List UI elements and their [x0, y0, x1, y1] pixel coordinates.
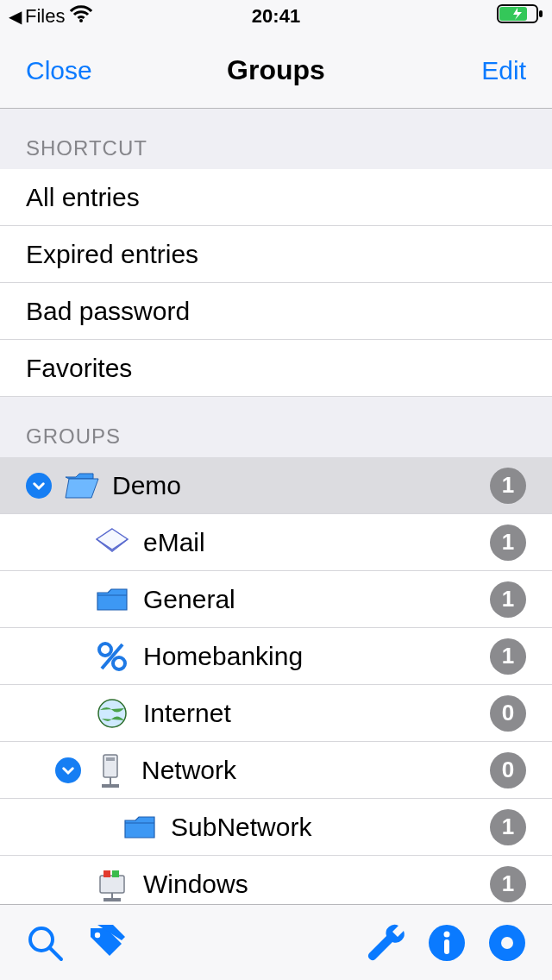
- group-row[interactable]: General1: [0, 571, 552, 628]
- svg-point-5: [113, 657, 125, 669]
- count-badge: 1: [490, 809, 526, 845]
- main-list: SHORTCUT All entries Expired entries Bad…: [0, 109, 552, 904]
- shortcut-label: Expired entries: [26, 240, 526, 269]
- svg-line-19: [50, 948, 61, 959]
- count-badge: 0: [490, 695, 526, 732]
- chevron-down-icon[interactable]: [26, 473, 52, 499]
- close-button[interactable]: Close: [26, 56, 151, 85]
- svg-rect-13: [104, 870, 110, 877]
- count-badge: 1: [490, 866, 526, 902]
- chevron-down-icon[interactable]: [55, 757, 81, 783]
- svg-rect-2: [539, 10, 543, 17]
- svg-rect-3: [499, 7, 527, 21]
- svg-rect-23: [444, 939, 449, 954]
- back-to-app-chevron-icon[interactable]: ◀: [9, 6, 22, 27]
- bottom-toolbar: [0, 904, 552, 980]
- group-row[interactable]: SubNetwork1: [0, 799, 552, 856]
- wifi-icon: [70, 5, 92, 28]
- folder-icon: [121, 808, 159, 846]
- shortcut-row[interactable]: Bad password: [0, 283, 552, 340]
- count-badge: 1: [490, 468, 526, 504]
- svg-point-25: [501, 937, 513, 949]
- gear-icon: [487, 923, 527, 963]
- status-bar: ◀ Files 20:41: [0, 0, 552, 33]
- percent-icon: [93, 638, 131, 675]
- group-label: SubNetwork: [171, 813, 490, 842]
- svg-point-20: [95, 932, 100, 937]
- info-button[interactable]: [424, 920, 469, 965]
- count-badge: 1: [490, 638, 526, 675]
- group-label: Internet: [143, 699, 490, 728]
- group-row[interactable]: Homebanking1: [0, 628, 552, 685]
- page-title: Groups: [151, 54, 401, 86]
- svg-point-22: [444, 931, 450, 937]
- group-row[interactable]: Demo1: [0, 457, 552, 514]
- section-header-shortcut: SHORTCUT: [0, 109, 552, 169]
- nav-bar: Close Groups Edit: [0, 33, 552, 109]
- group-label: General: [143, 585, 490, 614]
- windows-icon: [93, 865, 131, 903]
- count-badge: 0: [490, 752, 526, 788]
- svg-rect-17: [104, 898, 121, 901]
- shortcut-label: Favorites: [26, 354, 526, 383]
- svg-point-0: [79, 19, 83, 22]
- group-row[interactable]: Internet0: [0, 685, 552, 742]
- group-row[interactable]: eMail1: [0, 514, 552, 571]
- group-label: Windows: [143, 870, 490, 899]
- shortcut-label: Bad password: [26, 297, 526, 326]
- folder-icon: [93, 581, 131, 619]
- globe-icon: [93, 694, 131, 732]
- shortcut-row[interactable]: All entries: [0, 169, 552, 226]
- count-badge: 1: [490, 581, 526, 618]
- group-row[interactable]: Network0: [0, 742, 552, 799]
- shortcut-row[interactable]: Expired entries: [0, 226, 552, 283]
- tools-button[interactable]: [364, 920, 409, 965]
- status-time: 20:41: [187, 5, 366, 28]
- svg-point-4: [99, 644, 111, 656]
- shortcut-label: All entries: [26, 183, 526, 212]
- group-label: Network: [141, 756, 490, 785]
- group-row[interactable]: Windows1: [0, 856, 552, 904]
- folder-open-icon: [62, 467, 100, 505]
- edit-button[interactable]: Edit: [401, 56, 526, 85]
- battery-icon: [497, 3, 543, 29]
- group-label: Demo: [112, 471, 490, 500]
- search-icon: [25, 923, 65, 963]
- svg-point-7: [98, 700, 126, 727]
- tag-icon: [85, 923, 125, 963]
- back-to-app-label[interactable]: Files: [25, 5, 65, 28]
- count-badge: 1: [490, 525, 526, 561]
- svg-rect-14: [112, 870, 119, 877]
- settings-button[interactable]: [485, 920, 530, 965]
- svg-rect-9: [106, 757, 115, 761]
- section-header-groups: GROUPS: [0, 397, 552, 457]
- svg-rect-11: [102, 784, 119, 788]
- group-label: Homebanking: [143, 642, 490, 671]
- tags-button[interactable]: [83, 920, 128, 965]
- group-label: eMail: [143, 528, 490, 557]
- info-icon: [427, 923, 467, 963]
- search-button[interactable]: [22, 920, 67, 965]
- mail-icon: [93, 524, 131, 562]
- wrench-icon: [367, 923, 406, 963]
- shortcut-row[interactable]: Favorites: [0, 340, 552, 397]
- server-icon: [91, 751, 129, 789]
